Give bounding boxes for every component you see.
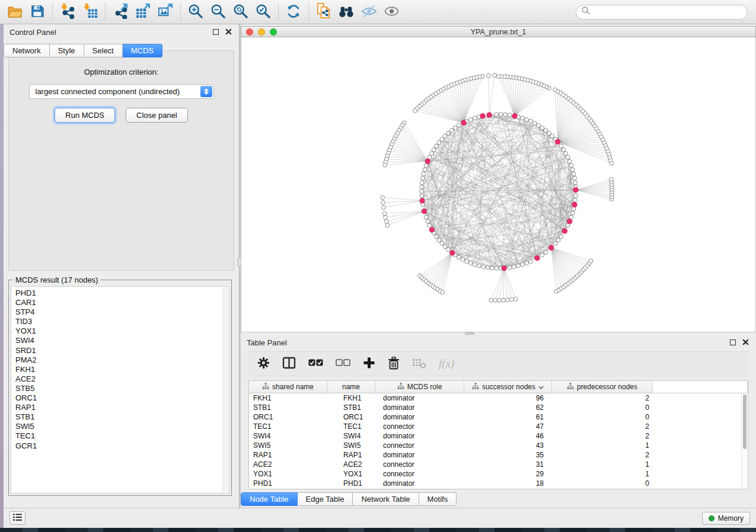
network-canvas[interactable]	[241, 37, 756, 332]
result-item[interactable]: ORC1	[15, 393, 229, 403]
network-node[interactable]	[562, 148, 566, 152]
network-node[interactable]	[569, 164, 573, 168]
network-node[interactable]	[440, 242, 444, 246]
table-cell[interactable]: 31	[464, 460, 552, 469]
run-mcds-button[interactable]: Run MCDS	[55, 108, 115, 123]
network-node[interactable]	[540, 126, 544, 130]
network-node[interactable]	[495, 113, 499, 117]
network-node[interactable]	[489, 298, 493, 302]
table-cell[interactable]: ORC1	[249, 412, 327, 422]
network-node[interactable]	[426, 219, 430, 223]
network-node[interactable]	[513, 297, 518, 301]
mcds-hub-node[interactable]	[487, 113, 492, 117]
network-node[interactable]	[420, 194, 424, 198]
network-node[interactable]	[441, 290, 445, 294]
table-cell[interactable]: ORC1	[327, 412, 375, 422]
table-cell[interactable]: 46	[464, 431, 552, 441]
mcds-hub-node[interactable]	[422, 209, 426, 214]
table-cell[interactable]: dominator	[375, 403, 464, 412]
network-node[interactable]	[443, 245, 447, 249]
network-node[interactable]	[510, 297, 514, 302]
network-node[interactable]	[544, 129, 548, 133]
tab-motifs[interactable]: Motifs	[419, 492, 457, 506]
result-item[interactable]: PMA2	[15, 355, 229, 365]
mcds-hub-node[interactable]	[502, 266, 506, 271]
table-cell[interactable]: 1	[552, 460, 653, 469]
tab-select[interactable]: Select	[84, 44, 123, 57]
function-builder-button[interactable]: f(x)	[439, 357, 454, 370]
network-node[interactable]	[529, 119, 533, 123]
table-cell[interactable]: SWI4	[327, 431, 375, 441]
tab-edge-table[interactable]: Edge Table	[298, 492, 353, 506]
table-row[interactable]: SWI4SWI4dominator462	[249, 431, 748, 441]
table-cell[interactable]: dominator	[375, 450, 464, 460]
table-cell[interactable]: connector	[375, 460, 464, 469]
table-cell[interactable]: TEC1	[327, 422, 375, 431]
network-node[interactable]	[569, 215, 573, 219]
column-header-successor-nodes[interactable]: successor nodes	[464, 381, 552, 393]
table-cell[interactable]: SWI5	[327, 441, 375, 450]
table-cell[interactable]: STB1	[327, 403, 375, 412]
select-all-button[interactable]	[308, 359, 323, 368]
network-node[interactable]	[440, 137, 444, 142]
network-node[interactable]	[512, 265, 516, 269]
network-node[interactable]	[446, 131, 451, 135]
network-node[interactable]	[382, 211, 387, 216]
network-node[interactable]	[423, 168, 427, 172]
network-node[interactable]	[446, 248, 451, 252]
tab-node-table[interactable]: Node Table	[241, 492, 298, 506]
mcds-hub-node[interactable]	[480, 114, 485, 118]
mcds-hub-node[interactable]	[425, 159, 430, 164]
zoom-selected-button[interactable]	[252, 2, 275, 22]
result-item[interactable]: STB1	[15, 412, 229, 422]
save-session-button[interactable]	[26, 2, 49, 22]
network-node[interactable]	[559, 235, 563, 239]
table-cell[interactable]: PHD1	[327, 479, 375, 488]
network-node[interactable]	[559, 144, 563, 148]
zoom-in-button[interactable]	[184, 2, 207, 22]
network-node[interactable]	[443, 134, 447, 138]
result-scrollbar[interactable]	[222, 287, 228, 492]
table-cell[interactable]: connector	[375, 422, 464, 431]
network-node[interactable]	[434, 235, 438, 239]
network-window-titlebar[interactable]: YPA_prune.txt_1	[241, 26, 756, 37]
maximize-window-icon[interactable]	[270, 28, 277, 36]
settings-gear-button[interactable]	[257, 357, 270, 371]
network-node[interactable]	[381, 200, 385, 204]
export-image-button[interactable]	[154, 2, 177, 22]
column-header-shared-name[interactable]: shared name	[249, 381, 327, 393]
network-node[interactable]	[589, 259, 593, 263]
float-panel-icon[interactable]	[730, 339, 736, 345]
network-node[interactable]	[493, 299, 497, 303]
network-node[interactable]	[421, 176, 425, 180]
result-item[interactable]: SWI5	[15, 422, 229, 431]
network-node[interactable]	[573, 176, 577, 180]
table-cell[interactable]: 0	[552, 479, 653, 488]
mcds-hub-node[interactable]	[450, 251, 455, 255]
network-node[interactable]	[422, 172, 426, 176]
table-cell[interactable]: TEC1	[249, 422, 327, 431]
network-node[interactable]	[465, 259, 469, 264]
table-row[interactable]: STB1STB1dominator620	[249, 403, 748, 412]
network-node[interactable]	[437, 140, 441, 145]
delete-column-button[interactable]	[388, 357, 400, 371]
table-cell[interactable]: SWI5	[249, 441, 327, 450]
network-node[interactable]	[567, 159, 572, 164]
show-all-button[interactable]	[380, 2, 403, 22]
table-cell[interactable]: connector	[375, 441, 464, 450]
network-node[interactable]	[449, 129, 454, 133]
table-cell[interactable]: 29	[464, 469, 552, 479]
network-node[interactable]	[420, 185, 424, 189]
network-node[interactable]	[572, 172, 576, 176]
result-item[interactable]: GCR1	[15, 441, 229, 451]
network-node[interactable]	[570, 211, 575, 215]
result-item[interactable]: TID3	[15, 317, 229, 326]
binoculars-button[interactable]	[335, 2, 358, 22]
minimize-window-icon[interactable]	[258, 28, 265, 36]
float-panel-icon[interactable]	[213, 29, 219, 35]
network-node[interactable]	[473, 116, 477, 120]
network-node[interactable]	[477, 264, 481, 268]
network-node[interactable]	[573, 194, 578, 198]
table-cell[interactable]: 47	[464, 422, 552, 431]
show-columns-button[interactable]	[282, 357, 296, 371]
